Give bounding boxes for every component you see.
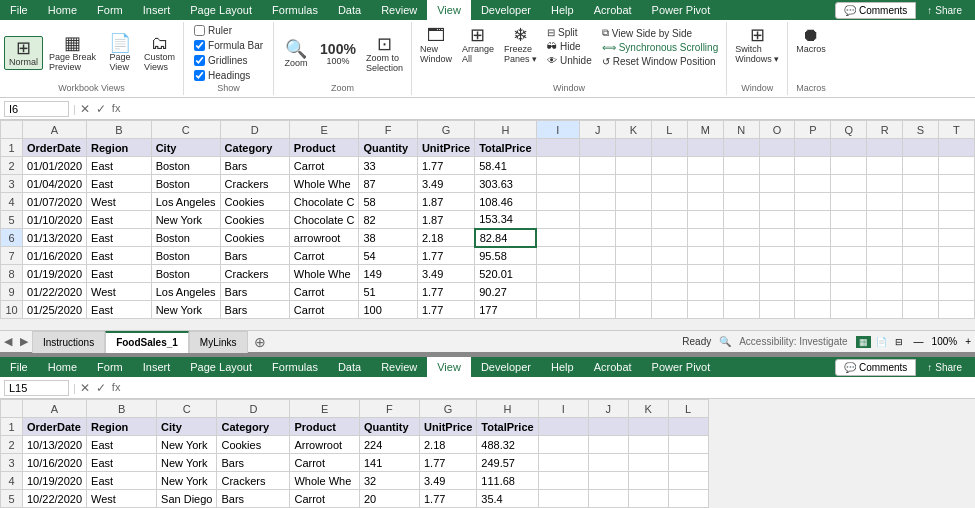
col-header-l[interactable]: L	[651, 121, 687, 139]
p2-tab-page-layout[interactable]: Page Layout	[180, 357, 262, 377]
p2-col-h[interactable]: H	[477, 400, 538, 418]
col-header-m[interactable]: M	[687, 121, 723, 139]
table-row[interactable]: 510/22/2020WestSan DiegoBarsCarrot201.77…	[1, 490, 709, 508]
p2-tab-review[interactable]: Review	[371, 357, 427, 377]
p2-col-g[interactable]: G	[419, 400, 476, 418]
p2-tab-home[interactable]: Home	[38, 357, 87, 377]
p2-cancel-icon[interactable]: ✕	[80, 381, 90, 395]
zoom-in-1[interactable]: +	[965, 336, 971, 347]
unhide-button[interactable]: 👁 Unhide	[543, 54, 596, 67]
p2-comments-button[interactable]: 💬 Comments	[835, 359, 916, 376]
p2-share-button[interactable]: ↑ Share	[918, 359, 971, 376]
macros-button[interactable]: ⏺ Macros	[792, 24, 830, 83]
col-header-g[interactable]: G	[417, 121, 474, 139]
hide-button[interactable]: 🕶 Hide	[543, 40, 596, 53]
gridlines-check[interactable]: Gridlines	[192, 54, 265, 67]
col-header-c[interactable]: C	[151, 121, 220, 139]
p2-tab-insert[interactable]: Insert	[133, 357, 181, 377]
custom-views-button[interactable]: 🗂 CustomViews	[140, 32, 179, 74]
col-header-r[interactable]: R	[867, 121, 903, 139]
sheet-tab-instructions[interactable]: Instructions	[32, 331, 105, 353]
p2-fx-icon[interactable]: fx	[112, 381, 121, 395]
formula-input-1[interactable]	[124, 103, 971, 115]
page-layout-view-icon[interactable]: 📄	[873, 336, 890, 348]
table-row[interactable]: 601/13/2020EastBostonCookiesarrowroot382…	[1, 229, 975, 247]
p2-tab-form[interactable]: Form	[87, 357, 133, 377]
col-header-k[interactable]: K	[616, 121, 652, 139]
col-header-p[interactable]: P	[795, 121, 831, 139]
p2-col-e[interactable]: E	[290, 400, 360, 418]
table-row[interactable]: 310/16/2020EastNew YorkBarsCarrot1411.77…	[1, 454, 709, 472]
sheet-tab-mylinks[interactable]: MyLinks	[189, 331, 248, 353]
tab-nav-left[interactable]: ◀	[0, 335, 16, 348]
confirm-formula-icon[interactable]: ✓	[96, 102, 106, 116]
tab-file[interactable]: File	[0, 0, 38, 20]
tab-data[interactable]: Data	[328, 0, 371, 20]
p2-col-b[interactable]: B	[87, 400, 157, 418]
new-window-button[interactable]: 🗔 NewWindow	[416, 24, 456, 66]
headings-check[interactable]: Headings	[192, 69, 265, 82]
p2-tab-view[interactable]: View	[427, 357, 471, 377]
name-box-1[interactable]	[4, 101, 69, 117]
page-view-button[interactable]: 📄 PageView	[102, 32, 138, 74]
p2-col-d[interactable]: D	[217, 400, 290, 418]
tab-acrobat[interactable]: Acrobat	[584, 0, 642, 20]
tab-formulas[interactable]: Formulas	[262, 0, 328, 20]
p2-col-a[interactable]: A	[23, 400, 87, 418]
tab-view[interactable]: View	[427, 0, 471, 20]
table-row[interactable]: 801/19/2020EastBostonCrackersWhole Whe14…	[1, 265, 975, 283]
p2-tab-data[interactable]: Data	[328, 357, 371, 377]
zoom-100-button[interactable]: 100% 100%	[316, 40, 360, 68]
add-sheet-button-1[interactable]: ⊕	[248, 334, 272, 350]
col-header-n[interactable]: N	[723, 121, 759, 139]
freeze-panes-button[interactable]: ❄ FreezePanes ▾	[500, 24, 541, 66]
formula-input-2[interactable]	[124, 382, 971, 394]
p2-tab-developer[interactable]: Developer	[471, 357, 541, 377]
tab-help[interactable]: Help	[541, 0, 584, 20]
zoom-button[interactable]: 🔍 Zoom	[278, 38, 314, 70]
col-header-d[interactable]: D	[220, 121, 289, 139]
name-box-2[interactable]	[4, 380, 69, 396]
table-row[interactable]: 210/13/2020EastNew YorkCookiesArrowroot2…	[1, 436, 709, 454]
formula-bar-check[interactable]: Formula Bar	[192, 39, 265, 52]
p2-tab-help[interactable]: Help	[541, 357, 584, 377]
tab-home[interactable]: Home	[38, 0, 87, 20]
reset-position-button[interactable]: ↺ Reset Window Position	[598, 55, 723, 68]
share-button[interactable]: ↑ Share	[918, 2, 971, 19]
table-row[interactable]: 401/07/2020WestLos AngelesCookiesChocola…	[1, 193, 975, 211]
zoom-selection-button[interactable]: ⊡ Zoom toSelection	[362, 33, 407, 75]
col-header-e[interactable]: E	[289, 121, 359, 139]
col-header-s[interactable]: S	[903, 121, 939, 139]
tab-nav-right[interactable]: ▶	[16, 335, 32, 348]
tab-review[interactable]: Review	[371, 0, 427, 20]
table-row[interactable]: 301/04/2020EastBostonCrackersWhole Whe87…	[1, 175, 975, 193]
p2-col-k[interactable]: K	[628, 400, 668, 418]
p2-col-i[interactable]: I	[538, 400, 588, 418]
p2-tab-power-pivot[interactable]: Power Pivot	[642, 357, 721, 377]
table-row[interactable]: 901/22/2020WestLos AngelesBarsCarrot511.…	[1, 283, 975, 301]
table-row[interactable]: 501/10/2020EastNew YorkCookiesChocolate …	[1, 211, 975, 229]
sync-scrolling-button[interactable]: ⟺ Synchronous Scrolling	[598, 41, 723, 54]
view-side-by-side-button[interactable]: ⧉ View Side by Side	[598, 26, 723, 40]
p2-tab-acrobat[interactable]: Acrobat	[584, 357, 642, 377]
table-row[interactable]: 201/01/2020EastBostonBarsCarrot331.7758.…	[1, 157, 975, 175]
table-row[interactable]: 1001/25/2020EastNew YorkBarsCarrot1001.7…	[1, 301, 975, 319]
normal-view-button[interactable]: ⊞ Normal	[4, 36, 43, 70]
col-header-f[interactable]: F	[359, 121, 418, 139]
cancel-formula-icon[interactable]: ✕	[80, 102, 90, 116]
page-break-preview-button[interactable]: ▦ Page BreakPreview	[45, 32, 100, 74]
page-break-view-icon[interactable]: ⊟	[892, 336, 906, 348]
arrange-all-button[interactable]: ⊞ ArrangeAll	[458, 24, 498, 66]
sheet-1[interactable]: A B C D E F G H I J K L M N O	[0, 120, 975, 330]
p2-col-c[interactable]: C	[157, 400, 217, 418]
col-header-t[interactable]: T	[938, 121, 974, 139]
split-button[interactable]: ⊟ Split	[543, 26, 596, 39]
col-header-q[interactable]: Q	[831, 121, 867, 139]
table-row[interactable]: 701/16/2020EastBostonBarsCarrot541.7795.…	[1, 247, 975, 265]
col-header-j[interactable]: J	[580, 121, 616, 139]
col-header-a[interactable]: A	[23, 121, 87, 139]
sheet-tab-foodsales1[interactable]: FoodSales_1	[105, 331, 189, 353]
tab-power-pivot[interactable]: Power Pivot	[642, 0, 721, 20]
p2-tab-formulas[interactable]: Formulas	[262, 357, 328, 377]
p2-tab-file[interactable]: File	[0, 357, 38, 377]
